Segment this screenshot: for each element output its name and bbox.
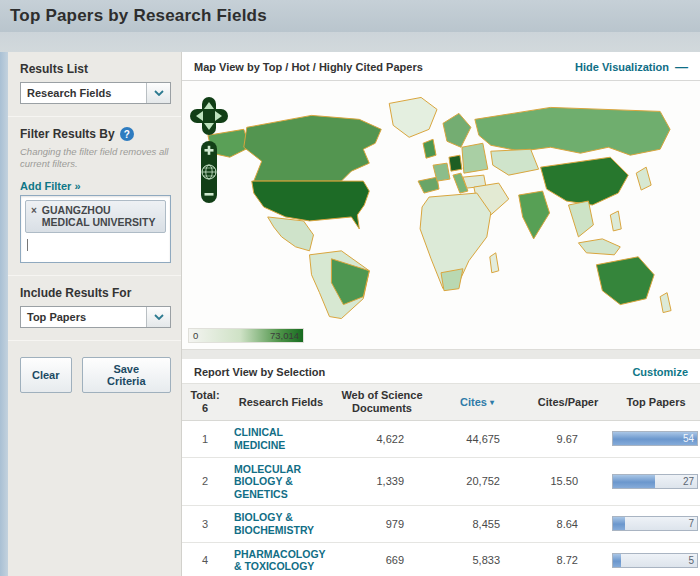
remove-filter-icon[interactable]: ×: [31, 205, 37, 216]
row-rank: 1: [182, 433, 228, 445]
country-greenland[interactable]: [389, 97, 437, 137]
table-row: 4 PHARMACOLOGY & TOXICOLOGY 669 5,833 8.…: [182, 543, 700, 576]
country-spain[interactable]: [418, 177, 439, 193]
country-japan[interactable]: [636, 167, 651, 190]
column-research-fields: Research Fields: [228, 396, 334, 409]
include-results-label: Include Results For: [20, 286, 171, 300]
filter-results-label: Filter Results By: [20, 127, 115, 141]
map-area: 0 73,014: [182, 81, 700, 349]
country-canada[interactable]: [244, 115, 381, 181]
docs-value: 669: [334, 554, 430, 566]
field-link[interactable]: PHARMACOLOGY & TOXICOLOGY: [228, 548, 334, 573]
column-wos-documents: Web of Science Documents: [334, 389, 430, 415]
field-link[interactable]: MOLECULAR BIOLOGY & GENETICS: [228, 463, 334, 501]
filter-input-box[interactable]: × GUANGZHOU MEDICAL UNIVERSITY: [20, 195, 171, 263]
top-papers-bar: 54: [612, 431, 698, 446]
cites-value: 5,833: [430, 554, 524, 566]
country-australia[interactable]: [596, 257, 654, 305]
country-uk[interactable]: [423, 139, 436, 158]
country-madagascar[interactable]: [490, 253, 499, 273]
table-row: 1 CLINICAL MEDICINE 4,622 44,675 9.67 54: [182, 421, 700, 457]
country-russia[interactable]: [475, 107, 670, 155]
section-divider: [182, 349, 700, 359]
results-list-label: Results List: [20, 62, 171, 76]
main-panel: Map View by Top / Hot / Highly Cited Pap…: [182, 52, 700, 576]
add-filter-link[interactable]: Add Filter »: [20, 180, 81, 192]
table-row: 2 MOLECULAR BIOLOGY & GENETICS 1,339 20,…: [182, 458, 700, 507]
report-view-title: Report View by Selection: [194, 366, 325, 378]
left-edge-strip: [0, 52, 8, 576]
map-view-title: Map View by Top / Hot / Highly Cited Pap…: [194, 61, 423, 73]
legend-max: 73,014: [270, 330, 299, 341]
cpp-value: 9.67: [524, 433, 612, 445]
map-controls[interactable]: [190, 95, 230, 207]
results-list-selected: Research Fields: [21, 87, 146, 99]
country-philippines[interactable]: [610, 211, 621, 231]
save-criteria-button[interactable]: Save Criteria: [82, 357, 171, 393]
chevron-down-icon[interactable]: [146, 307, 170, 327]
region-indochina[interactable]: [568, 201, 593, 237]
field-link[interactable]: BIOLOGY & BIOCHEMISTRY: [228, 511, 334, 536]
include-results-selected: Top Papers: [21, 311, 146, 323]
row-rank: 4: [182, 554, 228, 566]
sidebar: Results List Research Fields Filter Resu…: [8, 52, 182, 576]
results-list-dropdown[interactable]: Research Fields: [20, 82, 171, 104]
column-cites-sort[interactable]: Cites ▾: [430, 396, 524, 409]
docs-value: 1,339: [334, 475, 430, 487]
country-mexico[interactable]: [268, 217, 314, 251]
include-results-dropdown[interactable]: Top Papers: [20, 306, 171, 328]
row-rank: 2: [182, 475, 228, 487]
filter-tag-label: GUANGZHOU MEDICAL UNIVERSITY: [42, 204, 160, 229]
minus-icon: —: [675, 62, 688, 72]
text-cursor: [27, 239, 28, 251]
total-count: Total:6: [182, 389, 228, 415]
world-map[interactable]: [192, 87, 690, 331]
cites-value: 8,455: [430, 518, 524, 530]
country-china[interactable]: [541, 157, 629, 205]
sidebar-divider: [8, 275, 181, 276]
region-central-asia[interactable]: [491, 149, 539, 175]
filter-note: Changing the filter field removes all cu…: [20, 146, 171, 170]
hide-visualization-link[interactable]: Hide Visualization —: [575, 61, 688, 73]
zoom-control: [201, 141, 217, 203]
top-papers-bar: 7: [612, 516, 698, 531]
legend-min: 0: [193, 330, 198, 341]
column-top-papers: Top Papers: [612, 396, 700, 409]
page-title: Top Papers by Research Fields: [10, 6, 267, 26]
sidebar-divider: [8, 340, 181, 341]
country-germany[interactable]: [449, 155, 462, 171]
top-papers-bar: 27: [612, 474, 698, 489]
table-header-row: Total:6 Research Fields Web of Science D…: [182, 383, 700, 421]
zoom-out-icon: [205, 193, 214, 196]
clear-button[interactable]: Clear: [20, 357, 72, 393]
customize-link[interactable]: Customize: [632, 366, 688, 378]
sort-desc-icon: ▾: [490, 398, 494, 407]
sidebar-divider: [8, 116, 181, 117]
country-new-zealand[interactable]: [660, 293, 671, 313]
page-header: Top Papers by Research Fields: [0, 0, 700, 32]
filter-tag[interactable]: × GUANGZHOU MEDICAL UNIVERSITY: [25, 200, 166, 233]
cites-value: 44,675: [430, 433, 524, 445]
region-indonesia[interactable]: [578, 239, 620, 255]
cpp-value: 15.50: [524, 475, 612, 487]
country-india[interactable]: [519, 191, 550, 239]
docs-value: 4,622: [334, 433, 430, 445]
region-eastern-europe[interactable]: [462, 143, 488, 173]
row-rank: 3: [182, 518, 228, 530]
cpp-value: 8.64: [524, 518, 612, 530]
help-icon[interactable]: ?: [120, 127, 134, 141]
docs-value: 979: [334, 518, 430, 530]
region-scandinavia[interactable]: [443, 113, 471, 147]
country-usa[interactable]: [252, 181, 370, 229]
cites-value: 20,752: [430, 475, 524, 487]
country-south-africa[interactable]: [441, 269, 463, 291]
table-row: 3 BIOLOGY & BIOCHEMISTRY 979 8,455 8.64 …: [182, 506, 700, 542]
map-legend: 0 73,014: [188, 328, 304, 343]
column-cites-per-paper: Cites/Paper: [524, 396, 612, 409]
field-link[interactable]: CLINICAL MEDICINE: [228, 426, 334, 451]
content-area: Results List Research Fields Filter Resu…: [0, 52, 700, 576]
chevron-down-icon[interactable]: [146, 83, 170, 103]
cpp-value: 8.72: [524, 554, 612, 566]
header-subband: [0, 32, 700, 52]
pan-control: [190, 97, 228, 135]
